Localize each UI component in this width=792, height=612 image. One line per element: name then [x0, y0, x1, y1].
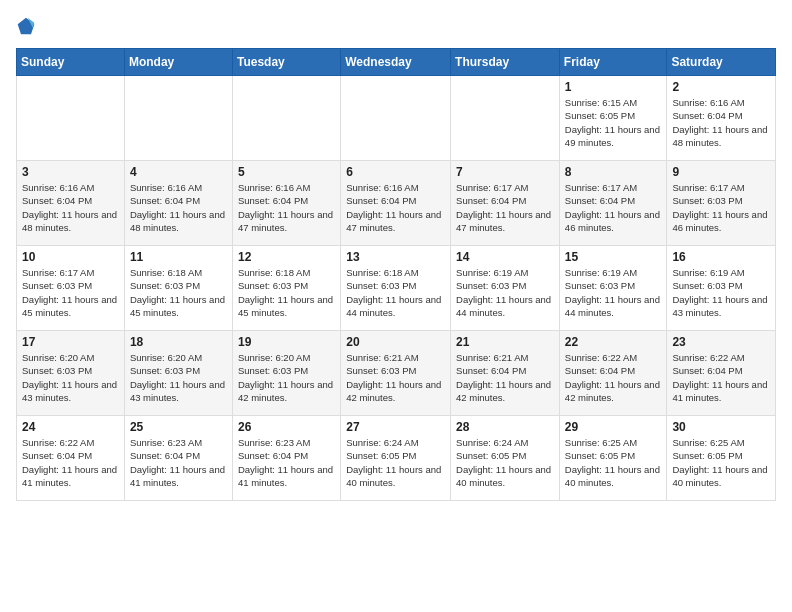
calendar-cell: 16Sunrise: 6:19 AM Sunset: 6:03 PM Dayli… — [667, 246, 776, 331]
day-number: 6 — [346, 165, 445, 179]
day-info: Sunrise: 6:17 AM Sunset: 6:04 PM Dayligh… — [565, 181, 662, 234]
day-info: Sunrise: 6:20 AM Sunset: 6:03 PM Dayligh… — [238, 351, 335, 404]
day-header-tuesday: Tuesday — [232, 49, 340, 76]
calendar-cell: 9Sunrise: 6:17 AM Sunset: 6:03 PM Daylig… — [667, 161, 776, 246]
calendar-cell: 7Sunrise: 6:17 AM Sunset: 6:04 PM Daylig… — [451, 161, 560, 246]
day-number: 25 — [130, 420, 227, 434]
day-info: Sunrise: 6:16 AM Sunset: 6:04 PM Dayligh… — [346, 181, 445, 234]
calendar-cell: 22Sunrise: 6:22 AM Sunset: 6:04 PM Dayli… — [559, 331, 667, 416]
calendar-cell — [341, 76, 451, 161]
day-number: 10 — [22, 250, 119, 264]
calendar-cell — [124, 76, 232, 161]
day-number: 19 — [238, 335, 335, 349]
day-number: 9 — [672, 165, 770, 179]
day-info: Sunrise: 6:22 AM Sunset: 6:04 PM Dayligh… — [672, 351, 770, 404]
day-number: 29 — [565, 420, 662, 434]
day-header-saturday: Saturday — [667, 49, 776, 76]
day-info: Sunrise: 6:22 AM Sunset: 6:04 PM Dayligh… — [565, 351, 662, 404]
calendar-cell: 8Sunrise: 6:17 AM Sunset: 6:04 PM Daylig… — [559, 161, 667, 246]
calendar-cell: 5Sunrise: 6:16 AM Sunset: 6:04 PM Daylig… — [232, 161, 340, 246]
calendar-cell: 24Sunrise: 6:22 AM Sunset: 6:04 PM Dayli… — [17, 416, 125, 501]
day-header-thursday: Thursday — [451, 49, 560, 76]
day-info: Sunrise: 6:15 AM Sunset: 6:05 PM Dayligh… — [565, 96, 662, 149]
day-info: Sunrise: 6:20 AM Sunset: 6:03 PM Dayligh… — [22, 351, 119, 404]
calendar-cell: 30Sunrise: 6:25 AM Sunset: 6:05 PM Dayli… — [667, 416, 776, 501]
day-number: 8 — [565, 165, 662, 179]
calendar-cell: 18Sunrise: 6:20 AM Sunset: 6:03 PM Dayli… — [124, 331, 232, 416]
day-info: Sunrise: 6:16 AM Sunset: 6:04 PM Dayligh… — [238, 181, 335, 234]
day-info: Sunrise: 6:16 AM Sunset: 6:04 PM Dayligh… — [22, 181, 119, 234]
day-number: 7 — [456, 165, 554, 179]
calendar-cell: 23Sunrise: 6:22 AM Sunset: 6:04 PM Dayli… — [667, 331, 776, 416]
day-header-friday: Friday — [559, 49, 667, 76]
day-info: Sunrise: 6:19 AM Sunset: 6:03 PM Dayligh… — [565, 266, 662, 319]
day-number: 21 — [456, 335, 554, 349]
day-number: 27 — [346, 420, 445, 434]
calendar-cell: 6Sunrise: 6:16 AM Sunset: 6:04 PM Daylig… — [341, 161, 451, 246]
calendar-cell: 19Sunrise: 6:20 AM Sunset: 6:03 PM Dayli… — [232, 331, 340, 416]
calendar-cell: 29Sunrise: 6:25 AM Sunset: 6:05 PM Dayli… — [559, 416, 667, 501]
day-number: 16 — [672, 250, 770, 264]
day-info: Sunrise: 6:18 AM Sunset: 6:03 PM Dayligh… — [130, 266, 227, 319]
day-info: Sunrise: 6:20 AM Sunset: 6:03 PM Dayligh… — [130, 351, 227, 404]
calendar-cell: 26Sunrise: 6:23 AM Sunset: 6:04 PM Dayli… — [232, 416, 340, 501]
logo — [16, 16, 40, 36]
calendar-cell: 27Sunrise: 6:24 AM Sunset: 6:05 PM Dayli… — [341, 416, 451, 501]
day-number: 17 — [22, 335, 119, 349]
day-info: Sunrise: 6:19 AM Sunset: 6:03 PM Dayligh… — [672, 266, 770, 319]
calendar-cell: 2Sunrise: 6:16 AM Sunset: 6:04 PM Daylig… — [667, 76, 776, 161]
day-number: 23 — [672, 335, 770, 349]
day-info: Sunrise: 6:24 AM Sunset: 6:05 PM Dayligh… — [346, 436, 445, 489]
day-number: 24 — [22, 420, 119, 434]
calendar-cell — [232, 76, 340, 161]
calendar-cell — [451, 76, 560, 161]
day-number: 3 — [22, 165, 119, 179]
calendar-cell: 25Sunrise: 6:23 AM Sunset: 6:04 PM Dayli… — [124, 416, 232, 501]
day-number: 28 — [456, 420, 554, 434]
calendar-cell: 15Sunrise: 6:19 AM Sunset: 6:03 PM Dayli… — [559, 246, 667, 331]
day-info: Sunrise: 6:25 AM Sunset: 6:05 PM Dayligh… — [565, 436, 662, 489]
day-header-monday: Monday — [124, 49, 232, 76]
logo-icon — [16, 16, 36, 36]
day-number: 15 — [565, 250, 662, 264]
day-info: Sunrise: 6:17 AM Sunset: 6:03 PM Dayligh… — [22, 266, 119, 319]
day-info: Sunrise: 6:21 AM Sunset: 6:03 PM Dayligh… — [346, 351, 445, 404]
calendar-cell: 1Sunrise: 6:15 AM Sunset: 6:05 PM Daylig… — [559, 76, 667, 161]
calendar-cell: 11Sunrise: 6:18 AM Sunset: 6:03 PM Dayli… — [124, 246, 232, 331]
day-number: 11 — [130, 250, 227, 264]
day-info: Sunrise: 6:19 AM Sunset: 6:03 PM Dayligh… — [456, 266, 554, 319]
day-info: Sunrise: 6:21 AM Sunset: 6:04 PM Dayligh… — [456, 351, 554, 404]
day-number: 1 — [565, 80, 662, 94]
day-info: Sunrise: 6:18 AM Sunset: 6:03 PM Dayligh… — [238, 266, 335, 319]
day-info: Sunrise: 6:25 AM Sunset: 6:05 PM Dayligh… — [672, 436, 770, 489]
day-number: 14 — [456, 250, 554, 264]
day-number: 18 — [130, 335, 227, 349]
day-number: 20 — [346, 335, 445, 349]
day-number: 4 — [130, 165, 227, 179]
calendar-table: SundayMondayTuesdayWednesdayThursdayFrid… — [16, 48, 776, 501]
calendar-cell: 17Sunrise: 6:20 AM Sunset: 6:03 PM Dayli… — [17, 331, 125, 416]
calendar-cell: 12Sunrise: 6:18 AM Sunset: 6:03 PM Dayli… — [232, 246, 340, 331]
day-info: Sunrise: 6:24 AM Sunset: 6:05 PM Dayligh… — [456, 436, 554, 489]
day-number: 13 — [346, 250, 445, 264]
day-header-sunday: Sunday — [17, 49, 125, 76]
day-number: 12 — [238, 250, 335, 264]
day-info: Sunrise: 6:16 AM Sunset: 6:04 PM Dayligh… — [672, 96, 770, 149]
calendar-cell: 14Sunrise: 6:19 AM Sunset: 6:03 PM Dayli… — [451, 246, 560, 331]
day-number: 22 — [565, 335, 662, 349]
day-info: Sunrise: 6:18 AM Sunset: 6:03 PM Dayligh… — [346, 266, 445, 319]
calendar-cell: 3Sunrise: 6:16 AM Sunset: 6:04 PM Daylig… — [17, 161, 125, 246]
calendar-cell: 4Sunrise: 6:16 AM Sunset: 6:04 PM Daylig… — [124, 161, 232, 246]
day-info: Sunrise: 6:17 AM Sunset: 6:03 PM Dayligh… — [672, 181, 770, 234]
day-info: Sunrise: 6:17 AM Sunset: 6:04 PM Dayligh… — [456, 181, 554, 234]
calendar-cell — [17, 76, 125, 161]
day-header-wednesday: Wednesday — [341, 49, 451, 76]
calendar-cell: 10Sunrise: 6:17 AM Sunset: 6:03 PM Dayli… — [17, 246, 125, 331]
day-number: 2 — [672, 80, 770, 94]
calendar-cell: 28Sunrise: 6:24 AM Sunset: 6:05 PM Dayli… — [451, 416, 560, 501]
calendar-cell: 20Sunrise: 6:21 AM Sunset: 6:03 PM Dayli… — [341, 331, 451, 416]
day-number: 30 — [672, 420, 770, 434]
calendar-cell: 13Sunrise: 6:18 AM Sunset: 6:03 PM Dayli… — [341, 246, 451, 331]
day-info: Sunrise: 6:23 AM Sunset: 6:04 PM Dayligh… — [238, 436, 335, 489]
day-number: 26 — [238, 420, 335, 434]
